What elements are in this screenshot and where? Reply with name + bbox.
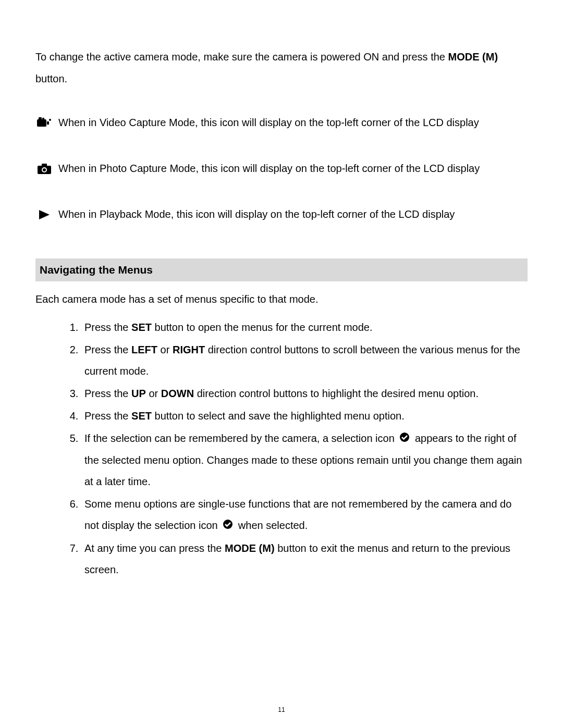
step-text: or [146, 388, 161, 399]
step-7: At any time you can press the MODE (M) b… [81, 538, 528, 581]
step-text: At any time you can press the [84, 542, 225, 554]
check-circle-icon [223, 515, 233, 537]
up-button-label: UP [131, 388, 146, 399]
step-2: Press the LEFT or RIGHT direction contro… [81, 339, 528, 382]
left-button-label: LEFT [131, 344, 157, 355]
step-text: button to open the menus for the current… [152, 322, 373, 333]
step-3: Press the UP or DOWN direction control b… [81, 383, 528, 404]
section-header: Navigating the Menus [35, 258, 528, 281]
check-circle-icon [399, 428, 410, 450]
svg-marker-9 [39, 210, 50, 219]
intro-text-prefix: To change the active camera mode, make s… [35, 51, 448, 63]
set-button-label: SET [131, 322, 152, 333]
step-text: Press the [84, 410, 131, 422]
intro-text-suffix: button. [35, 73, 67, 84]
step-text: when selected. [235, 520, 308, 531]
steps-list: Press the SET button to open the menus f… [35, 317, 528, 581]
right-button-label: RIGHT [173, 344, 205, 355]
svg-rect-1 [47, 121, 49, 125]
photo-mode-line: When in Photo Capture Mode, this icon wi… [35, 161, 528, 176]
step-6: Some menu options are single-use functio… [81, 493, 528, 537]
svg-rect-0 [37, 119, 46, 127]
mode-button-label: MODE (M) [225, 542, 275, 554]
video-mode-line: When in Video Capture Mode, this icon wi… [35, 115, 528, 130]
playback-mode-line: When in Playback Mode, this icon will di… [35, 206, 528, 222]
svg-rect-4 [42, 118, 44, 120]
step-1: Press the SET button to open the menus f… [81, 317, 528, 338]
intro-paragraph: To change the active camera mode, make s… [35, 46, 528, 90]
step-text: button to select and save the highlighte… [152, 410, 405, 422]
play-icon [35, 207, 53, 222]
mode-button-label: MODE (M) [448, 51, 498, 63]
svg-point-8 [43, 168, 46, 171]
svg-rect-3 [39, 117, 42, 120]
step-text: direction control buttons to highlight t… [194, 388, 479, 399]
step-text: Press the [84, 344, 131, 355]
step-text: Press the [84, 388, 131, 399]
step-4: Press the SET button to select and save … [81, 405, 528, 427]
svg-point-2 [49, 119, 51, 121]
step-text: or [157, 344, 173, 355]
video-mode-text: When in Video Capture Mode, this icon wi… [58, 115, 479, 130]
playback-mode-text: When in Playback Mode, this icon will di… [58, 206, 455, 222]
step-text: If the selection can be remembered by th… [84, 433, 397, 444]
photo-mode-text: When in Photo Capture Mode, this icon wi… [58, 161, 480, 176]
set-button-label: SET [131, 410, 152, 422]
page-number: 11 [0, 706, 563, 713]
down-button-label: DOWN [161, 388, 194, 399]
svg-point-10 [400, 433, 409, 442]
step-5: If the selection can be remembered by th… [81, 428, 528, 492]
svg-point-11 [223, 520, 232, 529]
section-intro: Each camera mode has a set of menus spec… [35, 291, 528, 307]
svg-rect-6 [42, 164, 47, 166]
video-camera-icon [35, 116, 53, 130]
step-text: Press the [84, 322, 131, 333]
photo-camera-icon [35, 162, 53, 176]
